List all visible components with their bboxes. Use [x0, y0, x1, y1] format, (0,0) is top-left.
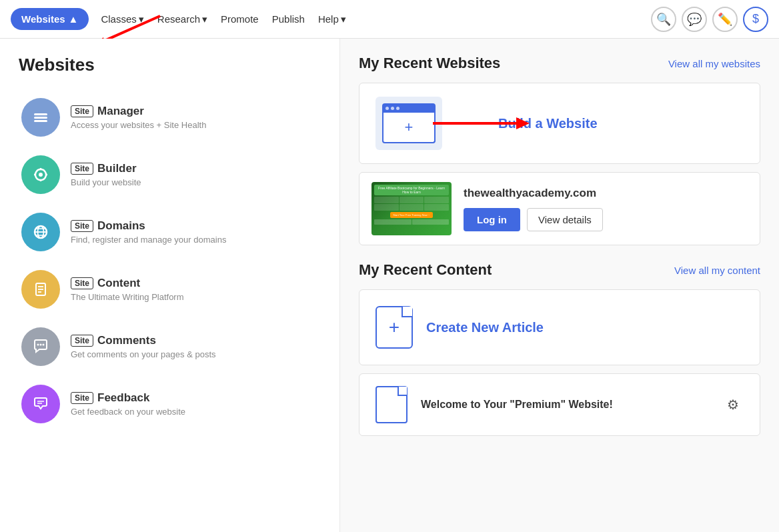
search-icon-button[interactable]: 🔍 [651, 7, 676, 32]
promote-label: Promote [221, 13, 259, 25]
help-label: Help [318, 13, 339, 25]
nav-websites-button[interactable]: Websites ▲ [11, 8, 89, 30]
dollar-icon-button[interactable]: $ [743, 7, 768, 32]
chevron-down-icon: ▾ [139, 13, 144, 25]
nav-classes-button[interactable]: Classes ▾ [94, 8, 150, 31]
chat-icon-button[interactable]: 💬 [682, 7, 707, 32]
nav-publish-button[interactable]: Publish [265, 8, 311, 30]
nav-icons: 🔍 💬 ✏️ $ [651, 7, 768, 32]
edit-icon-button[interactable]: ✏️ [712, 7, 738, 32]
classes-label: Classes [101, 13, 136, 25]
research-label: Research [157, 13, 200, 25]
svg-marker-1 [93, 37, 105, 39]
chevron-down-icon: ▾ [341, 13, 346, 25]
nav-help-button[interactable]: Help ▾ [311, 8, 353, 31]
publish-label: Publish [272, 13, 305, 25]
navbar: Websites ▲ Classes ▾ Research ▾ Promote … [0, 0, 779, 39]
chevron-up-icon: ▲ [69, 13, 79, 25]
nav-research-button[interactable]: Research ▾ [151, 8, 214, 31]
websites-label: Websites [21, 13, 65, 25]
nav-promote-button[interactable]: Promote [214, 8, 265, 30]
chevron-down-icon: ▾ [202, 13, 207, 25]
